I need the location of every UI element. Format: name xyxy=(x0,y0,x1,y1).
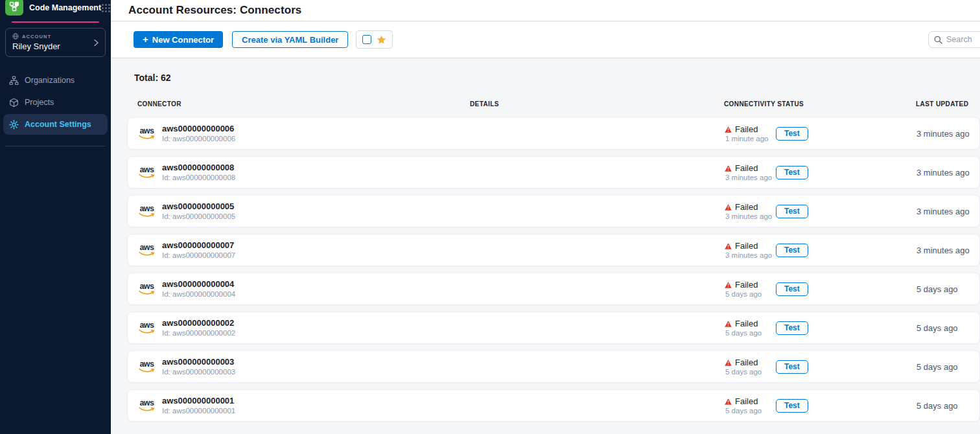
failed-warning-icon xyxy=(725,243,732,249)
status-text: Failed xyxy=(735,241,758,251)
table-row[interactable]: aws aws000000000005 Id: aws000000000005 xyxy=(127,195,980,227)
test-button[interactable]: Test xyxy=(776,127,808,141)
connector-title-block: aws000000000001 Id: aws000000000001 xyxy=(162,396,235,415)
connector-name: aws000000000004 xyxy=(162,279,235,289)
connector-cell: aws aws000000000007 Id: aws000000000007 xyxy=(138,240,471,260)
status-time: 1 minute ago xyxy=(725,135,776,143)
connector-cell: aws aws000000000002 Id: aws000000000002 xyxy=(138,318,471,337)
test-button[interactable]: Test xyxy=(776,321,808,335)
test-button[interactable]: Test xyxy=(776,166,808,179)
failed-warning-icon xyxy=(725,398,732,405)
connector-id: Id: aws000000000008 xyxy=(162,173,235,182)
test-button[interactable]: Test xyxy=(776,360,808,374)
test-button[interactable]: Test xyxy=(776,399,808,413)
last-updated: 3 minutes ago xyxy=(916,246,979,255)
connector-name: aws000000000007 xyxy=(162,240,235,250)
test-button[interactable]: Test xyxy=(776,282,808,296)
connector-cell: aws aws000000000008 Id: aws000000000008 xyxy=(138,163,471,182)
test-button[interactable]: Test xyxy=(776,244,808,257)
status-time: 5 days ago xyxy=(725,407,776,415)
failed-warning-icon xyxy=(725,282,732,288)
status-cell: Failed 3 minutes ago Test xyxy=(725,163,916,181)
aws-logo-icon: aws xyxy=(138,400,156,412)
status-text: Failed xyxy=(735,202,758,212)
gear-icon xyxy=(9,120,19,130)
connector-id: Id: aws000000000001 xyxy=(162,406,235,415)
aws-logo-icon: aws xyxy=(138,361,156,373)
table-row[interactable]: aws aws000000000001 Id: aws000000000001 xyxy=(127,389,980,422)
table-row[interactable]: aws aws000000000008 Id: aws000000000008 xyxy=(127,156,980,188)
connector-name: aws000000000006 xyxy=(162,124,235,133)
connector-id: Id: aws000000000007 xyxy=(162,251,235,260)
column-header-connectivity-status: CONNECTIVITY STATUS xyxy=(724,100,916,108)
create-yaml-builder-button[interactable]: Create via YAML Builder xyxy=(232,31,348,48)
chevron-right-icon xyxy=(94,39,99,46)
column-header-connector: CONNECTOR xyxy=(137,100,470,108)
sidebar: Code Management ACCOUNT Riley Snyder xyxy=(0,0,111,434)
status-text: Failed xyxy=(735,163,758,173)
cube-icon xyxy=(9,98,19,108)
last-updated: 5 days ago xyxy=(916,401,979,411)
account-selector-card[interactable]: ACCOUNT Riley Snyder xyxy=(5,28,106,57)
failed-warning-icon xyxy=(725,204,732,211)
search-input[interactable] xyxy=(946,35,980,44)
toolbar: + New Connector Create via YAML Builder xyxy=(111,21,980,58)
table-row[interactable]: aws aws000000000004 Id: aws000000000004 xyxy=(127,273,980,305)
content-area: Total:62 CONNECTOR DETAILS CONNECTIVITY … xyxy=(111,58,980,434)
total-label: Total: xyxy=(134,73,158,83)
sidebar-item-organizations[interactable]: Organizations xyxy=(3,70,108,91)
column-header-last-updated: LAST UPDATED xyxy=(916,100,980,108)
page-header: Account Resources: Connectors xyxy=(111,0,980,21)
failed-warning-icon xyxy=(725,126,732,133)
last-updated: 5 days ago xyxy=(916,362,979,372)
status-block: Failed 5 days ago xyxy=(725,358,776,376)
status-block: Failed 5 days ago xyxy=(725,396,776,415)
aws-logo-icon: aws xyxy=(138,244,156,257)
status-block: Failed 3 minutes ago xyxy=(725,163,776,181)
status-text: Failed xyxy=(735,358,758,367)
sidebar-item-label: Organizations xyxy=(25,76,75,85)
aws-logo-icon: aws xyxy=(138,128,156,140)
status-cell: Failed 5 days ago Test xyxy=(725,280,916,298)
status-cell: Failed 3 minutes ago Test xyxy=(725,202,916,220)
status-block: Failed 5 days ago xyxy=(725,280,776,298)
sidebar-item-projects[interactable]: Projects xyxy=(3,92,108,113)
status-cell: Failed 5 days ago Test xyxy=(725,396,916,415)
status-time: 5 days ago xyxy=(725,329,776,337)
connector-cell: aws aws000000000001 Id: aws000000000001 xyxy=(138,396,471,415)
favorites-filter xyxy=(356,30,393,49)
connector-name: aws000000000001 xyxy=(162,396,235,405)
connector-id: Id: aws000000000002 xyxy=(162,328,235,337)
code-management-logo-icon[interactable] xyxy=(5,0,23,16)
table-row[interactable]: aws aws000000000002 Id: aws000000000002 xyxy=(127,312,980,344)
plus-icon: + xyxy=(143,34,148,45)
status-time: 5 days ago xyxy=(725,368,776,376)
favorites-checkbox[interactable] xyxy=(362,35,371,44)
connector-id: Id: aws000000000004 xyxy=(162,290,235,299)
status-block: Failed 3 minutes ago xyxy=(725,241,776,259)
app-switcher-grid-icon[interactable] xyxy=(101,3,111,13)
connector-title-block: aws000000000007 Id: aws000000000007 xyxy=(162,240,235,260)
search-box xyxy=(928,31,980,48)
connector-title-block: aws000000000004 Id: aws000000000004 xyxy=(162,279,235,299)
search-icon xyxy=(934,36,942,44)
aws-logo-icon: aws xyxy=(138,283,156,295)
connector-cell: aws aws000000000003 Id: aws000000000003 xyxy=(138,357,471,376)
connector-title-block: aws000000000002 Id: aws000000000002 xyxy=(162,318,235,337)
status-time: 3 minutes ago xyxy=(725,251,776,259)
test-button[interactable]: Test xyxy=(776,205,808,218)
table-row[interactable]: aws aws000000000006 Id: aws000000000006 xyxy=(127,117,980,150)
status-block: Failed 1 minute ago xyxy=(725,124,776,143)
table-row[interactable]: aws aws000000000007 Id: aws000000000007 xyxy=(127,234,980,266)
star-icon[interactable] xyxy=(377,35,386,45)
status-cell: Failed 1 minute ago Test xyxy=(725,124,916,143)
connector-name: aws000000000002 xyxy=(162,318,235,328)
status-time: 3 minutes ago xyxy=(725,174,776,181)
connector-name: aws000000000008 xyxy=(162,163,235,172)
connector-id: Id: aws000000000006 xyxy=(162,134,235,143)
new-connector-button[interactable]: + New Connector xyxy=(134,31,223,48)
failed-warning-icon xyxy=(725,321,732,327)
table-row[interactable]: aws aws000000000003 Id: aws000000000003 xyxy=(127,350,980,383)
status-block: Failed 3 minutes ago xyxy=(725,202,776,220)
sidebar-item-account-settings[interactable]: Account Settings xyxy=(3,114,108,135)
